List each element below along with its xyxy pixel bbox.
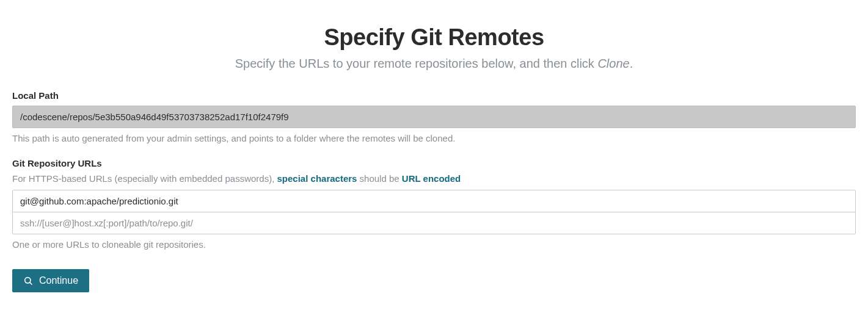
local-path-group: Local Path This path is auto generated f… — [12, 90, 856, 143]
repo-url-input-1[interactable] — [13, 190, 855, 212]
pre-help-mid: should be — [357, 173, 401, 184]
subtitle-suffix: . — [630, 57, 633, 70]
repo-urls-label: Git Repository URLs — [12, 158, 856, 168]
continue-button[interactable]: Continue — [12, 269, 89, 292]
subtitle-prefix: Specify the URLs to your remote reposito… — [235, 57, 598, 70]
repo-urls-post-help: One or more URLs to cloneable git reposi… — [12, 239, 856, 250]
url-encoded-link[interactable]: URL encoded — [402, 173, 461, 184]
svg-line-1 — [30, 283, 32, 284]
local-path-input[interactable] — [12, 106, 856, 128]
page-title: Specify Git Remotes — [12, 24, 856, 51]
repo-urls-group: Git Repository URLs For HTTPS-based URLs… — [12, 158, 856, 250]
repo-urls-pre-help: For HTTPS-based URLs (especially with em… — [12, 173, 856, 184]
special-characters-link[interactable]: special characters — [277, 173, 357, 184]
continue-button-label: Continue — [39, 275, 78, 286]
local-path-help: This path is auto generated from your ad… — [12, 133, 856, 143]
local-path-label: Local Path — [12, 90, 856, 101]
repo-url-input-list — [12, 190, 856, 234]
pre-help-prefix: For HTTPS-based URLs (especially with em… — [12, 173, 277, 184]
repo-url-input-2[interactable] — [13, 212, 855, 234]
page-subtitle: Specify the URLs to your remote reposito… — [12, 57, 856, 71]
subtitle-action: Clone — [597, 57, 629, 70]
search-icon — [23, 276, 33, 286]
